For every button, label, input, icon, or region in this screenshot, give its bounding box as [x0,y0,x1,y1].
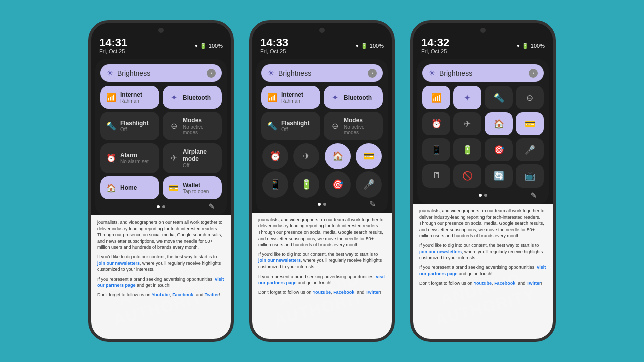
brightness-icon-2: ☀ [267,68,274,78]
tile-modes-title-1: Modes [183,117,216,124]
icon-mobile-2[interactable]: 📱 [262,171,288,198]
join-link-3[interactable]: join our newsletters [419,249,462,254]
tile-flashlight-title-1: Flashlight [120,120,153,127]
icon-cast-3[interactable]: 📱 [422,138,450,161]
partners-link-3[interactable]: visit our partners page [419,265,546,277]
icon-mic-3[interactable]: 🎤 [516,138,544,161]
tile-home-title-1: Home [120,184,153,191]
tile-alarm-1[interactable]: ⏰ Alarm No alarm set [100,143,159,173]
tile-internet-sub-2: Rahman [281,98,314,104]
join-link-1[interactable]: join our newsletters [97,261,140,266]
web-para-1-4: Don't forget to follow us on Youtube, Fa… [97,292,225,298]
icon-target-2[interactable]: 🎯 [325,171,351,198]
youtube-link-1[interactable]: Youtube [152,292,170,297]
page-dots-3 [479,194,487,197]
facebook-link-3[interactable]: Facebook [494,281,515,286]
icon-scope-3[interactable]: 🎯 [485,138,513,161]
brightness-row-1[interactable]: ☀ Brightness › [100,64,222,82]
qs-panel-3: ☀ Brightness › 📶 ✦ 🔦 ⊖ ⏰ ✈ 🏠 💳 [417,59,549,204]
icon-mode-3[interactable]: ⊖ [516,86,544,109]
tile-modes-sub-2: No active modes [344,124,377,135]
tile-airplane-1[interactable]: ✈ Airplane mode Off [163,143,222,173]
dot-3-2 [484,194,487,197]
edit-btn-1[interactable]: ✎ [208,202,215,211]
icon-batt2-3[interactable]: 🔋 [453,138,481,161]
twitter-link-3[interactable]: Twitter [527,281,541,286]
icon-home-3[interactable]: 🏠 [485,112,513,135]
tile-bluetooth-2[interactable]: ✦ Bluetooth [324,86,383,109]
icon-battery-2[interactable]: 🔋 [293,171,319,198]
facebook-link-2[interactable]: Facebook [333,290,354,295]
phone-1: 14:31 Fri, Oct 25 ▾ 🔋 100% ☀ Brightness … [88,20,234,342]
battery-pct-1: 100% [209,43,223,49]
icon-wifi-3[interactable]: 📶 [422,86,450,109]
brightness-adjust-2[interactable]: › [368,69,377,78]
icon-airplane-2[interactable]: ✈ [293,143,319,169]
youtube-link-3[interactable]: Youtube [474,281,492,286]
status-bar-2: 14:33 Fri, Oct 25 ▾ 🔋 100% [252,37,392,57]
icon-mic-2[interactable]: 🎤 [356,171,382,198]
status-right-2: ▾ 🔋 100% [356,43,384,49]
brightness-adjust-3[interactable]: › [529,69,538,78]
tile-wallet-sub-1: Tap to open [183,189,216,194]
camera-1 [158,28,164,33]
icon-bt-3[interactable]: ✦ [453,86,481,109]
tile-modes-1[interactable]: ⊖ Modes No active modes [163,112,222,140]
flashlight-tile-icon-2: 🔦 [267,121,277,131]
brightness-row-3[interactable]: ☀ Brightness › [422,64,544,82]
tile-internet-title-2: Internet [281,91,314,98]
edit-btn-2[interactable]: ✎ [369,199,376,209]
tile-internet-1[interactable]: 📶 Internet Rahman [100,86,159,109]
brightness-adjust-1[interactable]: › [207,69,216,78]
brightness-row-2[interactable]: ☀ Brightness › [261,64,383,82]
tile-wallet-1[interactable]: 💳 Wallet Tap to open [163,176,222,199]
tile-flashlight-1[interactable]: 🔦 Flashlight Off [100,112,159,140]
web-para-3-1: journalists, and videographers on our te… [419,208,547,239]
icon-sync-3[interactable]: 🔄 [485,164,513,188]
wifi-icon-3: ▾ [517,43,520,49]
web-para-3-3: If you represent a brand seeking adverti… [419,264,547,277]
tile-internet-2[interactable]: 📶 Internet Rahman [261,86,320,109]
partners-link-1[interactable]: visit our partners page [97,277,224,288]
icon-block-3[interactable]: 🚫 [453,164,481,188]
web-content-1: journalists, and videographers on our te… [91,215,231,339]
wifi-tile-icon-2: 📶 [267,93,277,102]
date-3: Fri, Oct 25 [421,48,449,54]
web-content-2: journalists, and videographers on our te… [252,213,392,339]
page-dots-1 [157,205,165,208]
icon-wallet-3[interactable]: 💳 [516,112,544,135]
flashlight-tile-icon-1: 🔦 [106,121,116,131]
icon-screen-3[interactable]: 🖥 [422,164,450,188]
page-dots-2 [318,203,326,206]
twitter-link-2[interactable]: Twitter [366,290,380,295]
dot-1-2 [162,205,165,208]
alarm-tile-icon-1: ⏰ [106,153,116,163]
youtube-link-2[interactable]: Youtube [313,290,331,295]
twitter-link-1[interactable]: Twitter [205,292,219,297]
partners-link-2[interactable]: visit our partners page [258,274,385,286]
tile-modes-2[interactable]: ⊖ Modes No active modes [324,112,383,140]
tiles-grid-1: 📶 Internet Rahman ✦ Bluetooth 🔦 [100,86,222,173]
web-para-2-3: If you represent a brand seeking adverti… [258,274,386,286]
icon-tv-3[interactable]: 📺 [516,164,544,188]
status-bar-1: 14:31 Fri, Oct 25 ▾ 🔋 100% [91,37,231,57]
facebook-link-1[interactable]: Facebook [172,292,193,297]
icon-home-2[interactable]: 🏠 [325,143,351,169]
dot-2-2 [323,203,326,206]
tile-home-1[interactable]: 🏠 Home [100,176,159,199]
icon-alarm-3[interactable]: ⏰ [422,112,450,135]
icon-airplane-3[interactable]: ✈ [453,112,481,135]
icon-wallet-2[interactable]: 💳 [356,143,382,169]
icon-grid-3-row1: 📶 ✦ 🔦 ⊖ [422,86,544,109]
phone-3: 14:32 Fri, Oct 25 ▾ 🔋 100% ☀ Brightness … [410,20,556,342]
battery-icon-3: 🔋 [522,43,529,49]
tile-flashlight-2[interactable]: 🔦 Flashlight Off [261,112,320,140]
tile-bluetooth-1[interactable]: ✦ Bluetooth [163,86,222,109]
status-bar-3: 14:32 Fri, Oct 25 ▾ 🔋 100% [413,37,553,57]
edit-btn-3[interactable]: ✎ [530,191,537,200]
icon-flash-3[interactable]: 🔦 [485,86,513,109]
web-para-3-4: Don't forget to follow us on Youtube, Fa… [419,280,547,287]
icon-alarm-2[interactable]: ⏰ [262,143,288,169]
join-link-2[interactable]: join our newsletters [258,258,301,263]
camera-2 [319,28,325,33]
